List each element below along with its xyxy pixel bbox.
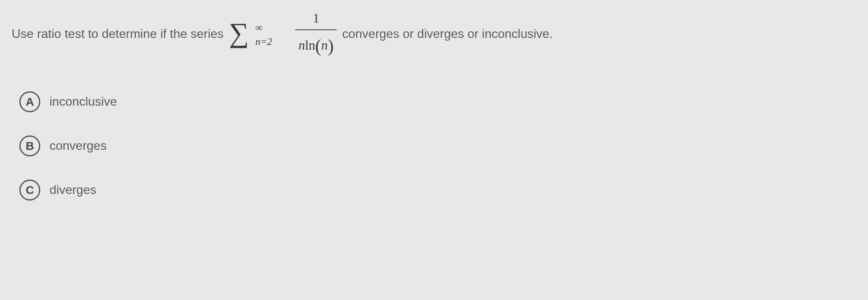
option-label: diverges — [50, 183, 96, 197]
summation-symbol: ∑ ∞ n=2 — [229, 19, 249, 49]
option-label: inconclusive — [50, 94, 117, 109]
option-c[interactable]: C diverges — [19, 180, 856, 201]
option-letter-circle: B — [19, 135, 40, 156]
fraction: 1 nln(n) — [295, 8, 337, 60]
option-label: converges — [50, 139, 107, 153]
question-prompt: Use ratio test to determine if the serie… — [12, 8, 856, 60]
question-part1: Use ratio test to determine if the serie… — [12, 24, 224, 44]
option-b[interactable]: B converges — [19, 135, 856, 156]
math-expression: ∑ ∞ n=2 1 nln(n) — [229, 8, 337, 60]
option-a[interactable]: A inconclusive — [19, 91, 856, 112]
question-part2: converges or diverges or inconclusive. — [342, 24, 553, 44]
option-letter-circle: C — [19, 180, 40, 201]
sigma-lower-bound: n=2 — [255, 34, 272, 50]
fraction-denominator: nln(n) — [295, 30, 337, 60]
option-letter-circle: A — [19, 91, 40, 112]
options-list: A inconclusive B converges C diverges — [19, 91, 856, 201]
fraction-numerator: 1 — [310, 8, 322, 29]
